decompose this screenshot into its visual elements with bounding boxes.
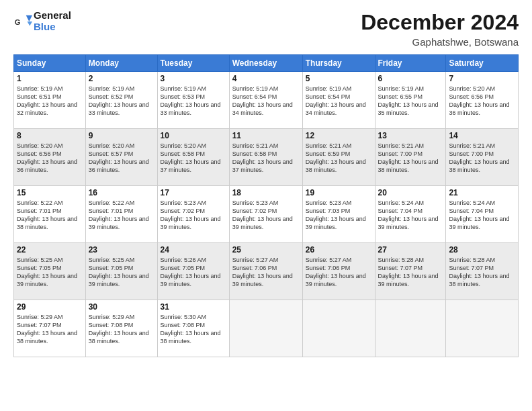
day-number: 16: [89, 188, 154, 197]
day-number: 27: [378, 245, 443, 255]
day-info: Sunrise: 5:30 AMSunset: 7:08 PMDaylight:…: [161, 313, 226, 346]
day-info: Sunrise: 5:23 AMSunset: 7:02 PMDaylight:…: [232, 199, 300, 232]
table-row: 6Sunrise: 5:19 AMSunset: 6:55 PMDaylight…: [375, 72, 446, 129]
day-info: Sunrise: 5:26 AMSunset: 7:05 PMDaylight:…: [161, 256, 226, 289]
col-header-tuesday: Tuesday: [157, 55, 229, 72]
day-number: 23: [89, 245, 154, 255]
day-info: Sunrise: 5:20 AMSunset: 6:56 PMDaylight:…: [17, 142, 83, 175]
day-info: Sunrise: 5:20 AMSunset: 6:57 PMDaylight:…: [89, 142, 154, 175]
col-header-saturday: Saturday: [446, 55, 519, 72]
day-number: 1: [17, 74, 83, 83]
table-row: 7Sunrise: 5:20 AMSunset: 6:56 PMDaylight…: [446, 72, 519, 129]
day-number: 12: [306, 131, 372, 140]
day-number: 22: [17, 245, 83, 255]
table-row: 29Sunrise: 5:29 AMSunset: 7:07 PMDayligh…: [14, 300, 86, 357]
table-row: 31Sunrise: 5:30 AMSunset: 7:08 PMDayligh…: [157, 300, 229, 357]
day-info: Sunrise: 5:19 AMSunset: 6:52 PMDaylight:…: [89, 85, 154, 118]
page-subtitle: Gaphatshwe, Botswana: [361, 36, 519, 48]
table-row: 21Sunrise: 5:24 AMSunset: 7:04 PMDayligh…: [446, 186, 519, 243]
day-number: 25: [232, 245, 300, 255]
table-row: 27Sunrise: 5:28 AMSunset: 7:07 PMDayligh…: [375, 243, 446, 300]
table-row: 20Sunrise: 5:24 AMSunset: 7:04 PMDayligh…: [375, 186, 446, 243]
day-number: 26: [306, 245, 372, 255]
table-row: 13Sunrise: 5:21 AMSunset: 7:00 PMDayligh…: [375, 129, 446, 186]
day-number: 21: [449, 188, 515, 197]
day-info: Sunrise: 5:27 AMSunset: 7:06 PMDaylight:…: [232, 256, 300, 289]
logo-line1: General: [34, 10, 71, 21]
table-row: 22Sunrise: 5:25 AMSunset: 7:05 PMDayligh…: [14, 243, 86, 300]
table-row: 16Sunrise: 5:22 AMSunset: 7:01 PMDayligh…: [85, 186, 157, 243]
table-row: 18Sunrise: 5:23 AMSunset: 7:02 PMDayligh…: [229, 186, 302, 243]
table-row: [375, 300, 446, 357]
table-row: [446, 300, 519, 357]
day-number: 4: [232, 74, 300, 83]
table-row: 25Sunrise: 5:27 AMSunset: 7:06 PMDayligh…: [229, 243, 302, 300]
table-row: 19Sunrise: 5:23 AMSunset: 7:03 PMDayligh…: [302, 186, 375, 243]
col-header-monday: Monday: [85, 55, 157, 72]
table-row: 3Sunrise: 5:19 AMSunset: 6:53 PMDaylight…: [157, 72, 229, 129]
day-number: 24: [161, 245, 226, 255]
day-info: Sunrise: 5:21 AMSunset: 6:59 PMDaylight:…: [306, 142, 372, 175]
day-info: Sunrise: 5:19 AMSunset: 6:55 PMDaylight:…: [378, 85, 443, 118]
svg-marker-1: [26, 15, 32, 21]
col-header-sunday: Sunday: [14, 55, 86, 72]
svg-text:G: G: [15, 17, 21, 26]
day-info: Sunrise: 5:29 AMSunset: 7:07 PMDaylight:…: [17, 313, 83, 346]
table-row: [229, 300, 302, 357]
day-info: Sunrise: 5:24 AMSunset: 7:04 PMDaylight:…: [449, 199, 515, 232]
table-row: 30Sunrise: 5:29 AMSunset: 7:08 PMDayligh…: [85, 300, 157, 357]
table-row: 8Sunrise: 5:20 AMSunset: 6:56 PMDaylight…: [14, 129, 86, 186]
day-number: 13: [378, 131, 443, 140]
day-number: 11: [232, 131, 300, 140]
table-row: 2Sunrise: 5:19 AMSunset: 6:52 PMDaylight…: [85, 72, 157, 129]
svg-marker-2: [28, 21, 32, 26]
day-number: 19: [306, 188, 372, 197]
table-row: 11Sunrise: 5:21 AMSunset: 6:58 PMDayligh…: [229, 129, 302, 186]
table-row: [302, 300, 375, 357]
day-number: 9: [89, 131, 154, 140]
day-number: 2: [89, 74, 154, 83]
day-info: Sunrise: 5:21 AMSunset: 6:58 PMDaylight:…: [232, 142, 300, 175]
table-row: 10Sunrise: 5:20 AMSunset: 6:58 PMDayligh…: [157, 129, 229, 186]
table-row: 17Sunrise: 5:23 AMSunset: 7:02 PMDayligh…: [157, 186, 229, 243]
day-info: Sunrise: 5:21 AMSunset: 7:00 PMDaylight:…: [378, 142, 443, 175]
day-info: Sunrise: 5:22 AMSunset: 7:01 PMDaylight:…: [17, 199, 83, 232]
page-header: G General Blue December 2024 Gaphatshwe,…: [13, 10, 519, 48]
day-number: 30: [89, 302, 154, 312]
day-number: 15: [17, 188, 83, 197]
day-info: Sunrise: 5:23 AMSunset: 7:02 PMDaylight:…: [161, 199, 226, 232]
day-number: 20: [378, 188, 443, 197]
col-header-wednesday: Wednesday: [229, 55, 302, 72]
day-info: Sunrise: 5:25 AMSunset: 7:05 PMDaylight:…: [17, 256, 83, 289]
logo-icon: G: [13, 12, 32, 31]
day-number: 29: [17, 302, 83, 312]
day-info: Sunrise: 5:22 AMSunset: 7:01 PMDaylight:…: [89, 199, 154, 232]
page-title: December 2024: [361, 10, 519, 35]
day-info: Sunrise: 5:19 AMSunset: 6:53 PMDaylight:…: [161, 85, 226, 118]
table-row: 14Sunrise: 5:21 AMSunset: 7:00 PMDayligh…: [446, 129, 519, 186]
table-row: 1Sunrise: 5:19 AMSunset: 6:51 PMDaylight…: [14, 72, 86, 129]
day-info: Sunrise: 5:20 AMSunset: 6:56 PMDaylight:…: [449, 85, 515, 118]
day-info: Sunrise: 5:21 AMSunset: 7:00 PMDaylight:…: [449, 142, 515, 175]
day-info: Sunrise: 5:25 AMSunset: 7:05 PMDaylight:…: [89, 256, 154, 289]
day-info: Sunrise: 5:20 AMSunset: 6:58 PMDaylight:…: [161, 142, 226, 175]
day-number: 17: [161, 188, 226, 197]
col-header-friday: Friday: [375, 55, 446, 72]
table-row: 5Sunrise: 5:19 AMSunset: 6:54 PMDaylight…: [302, 72, 375, 129]
calendar-table: SundayMondayTuesdayWednesdayThursdayFrid…: [13, 54, 519, 357]
table-row: 23Sunrise: 5:25 AMSunset: 7:05 PMDayligh…: [85, 243, 157, 300]
day-number: 5: [306, 74, 372, 83]
table-row: 12Sunrise: 5:21 AMSunset: 6:59 PMDayligh…: [302, 129, 375, 186]
table-row: 26Sunrise: 5:27 AMSunset: 7:06 PMDayligh…: [302, 243, 375, 300]
table-row: 15Sunrise: 5:22 AMSunset: 7:01 PMDayligh…: [14, 186, 86, 243]
title-section: December 2024 Gaphatshwe, Botswana: [361, 10, 519, 48]
table-row: 28Sunrise: 5:28 AMSunset: 7:07 PMDayligh…: [446, 243, 519, 300]
day-number: 6: [378, 74, 443, 83]
day-info: Sunrise: 5:19 AMSunset: 6:54 PMDaylight:…: [232, 85, 300, 118]
day-info: Sunrise: 5:28 AMSunset: 7:07 PMDaylight:…: [378, 256, 443, 289]
day-number: 7: [449, 74, 515, 83]
day-info: Sunrise: 5:29 AMSunset: 7:08 PMDaylight:…: [89, 313, 154, 346]
day-info: Sunrise: 5:23 AMSunset: 7:03 PMDaylight:…: [306, 199, 372, 232]
day-info: Sunrise: 5:19 AMSunset: 6:54 PMDaylight:…: [306, 85, 372, 118]
col-header-thursday: Thursday: [302, 55, 375, 72]
